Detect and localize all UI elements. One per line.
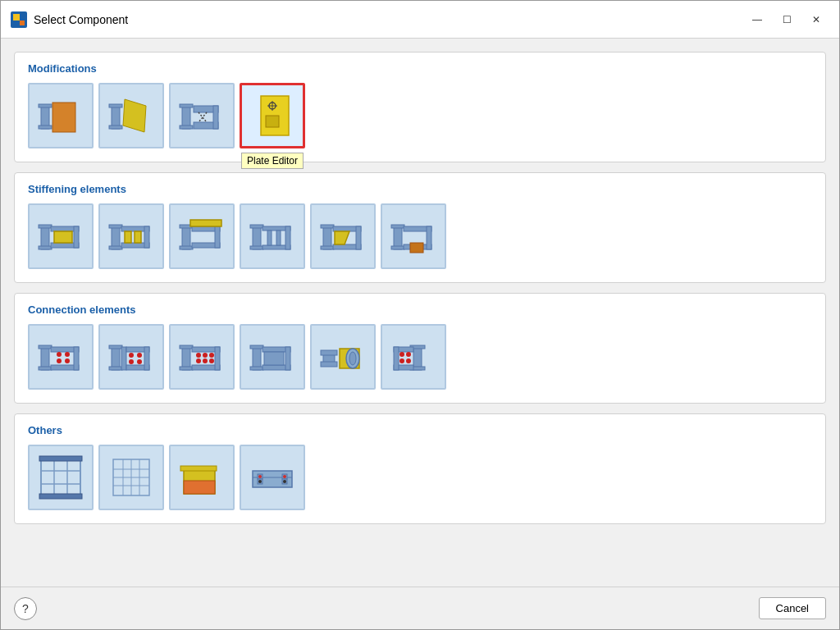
svg-point-88 [137,359,142,364]
svg-point-100 [209,358,214,363]
svg-rect-79 [109,345,122,349]
conn-item-3[interactable] [169,324,235,390]
svg-rect-38 [135,231,141,243]
conn-item-1[interactable] [28,324,94,390]
stiffening-items [28,203,812,269]
select-component-dialog: Select Component — ☐ ✕ Modifications [0,0,840,630]
svg-rect-47 [250,225,263,228]
svg-rect-29 [74,226,79,248]
svg-rect-81 [121,347,126,370]
svg-point-148 [283,475,286,478]
svg-point-75 [57,358,62,363]
svg-rect-56 [321,246,334,249]
svg-rect-84 [144,347,149,370]
svg-rect-33 [109,246,122,249]
svg-point-74 [57,352,62,357]
svg-rect-55 [321,225,334,228]
mod-item-1[interactable] [28,83,94,148]
svg-point-97 [203,353,208,358]
mod-item-3[interactable] [169,83,235,148]
svg-rect-16 [213,106,218,129]
svg-rect-107 [264,352,284,365]
svg-rect-67 [410,243,423,253]
svg-rect-6 [52,103,75,132]
svg-rect-5 [39,126,52,129]
svg-rect-23 [266,116,279,127]
svg-point-85 [129,353,134,358]
help-button[interactable]: ? [14,597,37,620]
stiffening-title: Stiffening elements [28,183,812,195]
svg-marker-60 [335,231,349,244]
stiff-item-6[interactable] [381,203,446,269]
svg-rect-106 [285,347,290,370]
stiffening-section: Stiffening elements [14,172,826,283]
svg-rect-52 [267,231,272,245]
svg-point-120 [399,352,404,357]
cancel-button[interactable]: Cancel [759,597,826,619]
other-item-2[interactable] [98,445,164,510]
svg-rect-36 [144,226,149,248]
svg-point-99 [209,353,214,358]
svg-rect-102 [250,345,263,349]
other-item-1[interactable] [28,445,94,510]
svg-rect-69 [39,345,52,349]
dialog-title: Select Component [34,13,128,26]
svg-rect-94 [215,347,220,370]
svg-point-86 [129,359,134,364]
svg-rect-9 [109,126,122,129]
close-button[interactable]: ✕ [803,8,829,31]
title-bar-left: Select Component [11,11,128,28]
mod-item-4[interactable]: Plate Editor [240,83,305,148]
svg-marker-10 [123,99,146,132]
modifications-title: Modifications [28,62,812,75]
mod-item-2[interactable] [98,83,164,148]
connection-section: Connection elements [14,293,826,404]
minimize-button[interactable]: — [744,8,770,31]
svg-rect-119 [394,347,399,370]
footer: ? Cancel [1,587,839,629]
plate-editor-tooltip: Plate Editor [241,153,304,169]
stiff-item-5[interactable] [310,203,376,269]
svg-rect-110 [321,362,337,367]
others-title: Others [28,424,812,436]
conn-item-6[interactable] [381,324,446,390]
other-item-3[interactable] [169,445,235,510]
svg-rect-140 [180,466,217,471]
svg-rect-124 [41,458,80,497]
other-item-4[interactable] [240,445,305,510]
svg-point-95 [196,353,201,358]
svg-rect-2 [20,21,25,25]
svg-rect-12 [180,104,193,107]
conn-item-2[interactable] [98,324,164,390]
stiff-item-4[interactable] [240,203,305,269]
stiff-item-1[interactable] [28,203,94,269]
conn-item-4[interactable] [240,324,305,390]
svg-rect-51 [285,226,290,249]
svg-rect-91 [180,367,193,370]
connection-title: Connection elements [28,304,812,316]
others-section: Others [14,413,826,524]
conn-item-5[interactable] [310,324,376,390]
svg-point-96 [196,358,201,363]
svg-rect-25 [39,225,52,228]
svg-rect-70 [39,367,52,370]
svg-rect-13 [180,126,193,129]
svg-rect-129 [39,456,82,461]
title-bar: Select Component — ☐ ✕ [1,1,839,39]
svg-rect-44 [215,226,220,248]
svg-rect-45 [190,220,221,226]
svg-rect-103 [250,367,263,370]
svg-point-98 [203,358,208,363]
svg-rect-53 [276,231,281,245]
app-icon [11,11,27,28]
svg-rect-30 [54,231,72,243]
svg-rect-66 [427,226,431,249]
svg-point-123 [406,358,411,363]
svg-point-87 [137,353,142,358]
svg-rect-41 [180,246,193,249]
svg-rect-130 [39,494,82,499]
stiff-item-3[interactable] [169,203,235,269]
maximize-button[interactable]: ☐ [774,8,800,31]
stiff-item-2[interactable] [98,203,164,269]
svg-rect-26 [39,246,52,249]
